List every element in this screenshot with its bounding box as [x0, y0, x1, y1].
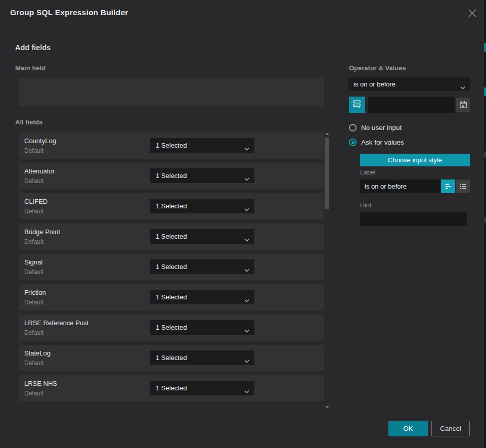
chevron-down-icon [244, 326, 249, 329]
scroll-down-icon[interactable] [325, 406, 329, 409]
field-row: Signal Default 1 Selected [19, 254, 324, 280]
background-fragment [484, 217, 486, 222]
field-row: LRSE NHS Default 1 Selected [19, 375, 324, 401]
field-selection-value: 1 Selected [150, 142, 187, 149]
field-row: CLIFED Default 1 Selected [19, 193, 324, 219]
radio-label: No user input [361, 124, 402, 131]
field-selection-value: 1 Selected [150, 354, 187, 362]
main-field-group: CountyLog | Default From Date [19, 78, 324, 106]
field-selection-dropdown[interactable]: 1 Selected [150, 350, 254, 365]
field-name: Attenuator [24, 167, 55, 175]
background-fragment [484, 152, 486, 157]
dialog-header: Group SQL Expression Builder [0, 0, 484, 25]
field-name: LRSE NHS [24, 380, 57, 387]
radio-label: Ask for values [361, 139, 404, 146]
field-name: Friction [24, 289, 46, 296]
field-subtitle: Default [24, 177, 43, 185]
close-icon[interactable] [468, 9, 477, 18]
field-selection-dropdown[interactable]: 1 Selected [150, 199, 254, 213]
field-selection-dropdown[interactable]: 1 Selected [150, 229, 254, 244]
field-subtitle: Default [24, 299, 43, 306]
background-accent-fragment [484, 43, 486, 52]
field-selection-dropdown[interactable]: 1 Selected [150, 168, 254, 183]
field-selection-dropdown[interactable]: 1 Selected [150, 320, 254, 335]
field-selection-value: 1 Selected [150, 324, 187, 331]
field-row: Attenuator Default 1 Selected [19, 163, 324, 189]
add-fields-heading: Add fields [15, 43, 51, 52]
field-name: Signal [24, 258, 42, 266]
radio-circle [349, 124, 357, 131]
operator-dropdown[interactable]: is on or before [348, 77, 470, 91]
chevron-down-icon [244, 356, 249, 360]
field-subtitle: Default [24, 147, 43, 154]
hint-input[interactable] [360, 212, 467, 226]
field-row: StateLog Default 1 Selected [19, 345, 324, 371]
radio-circle-selected [349, 139, 357, 146]
chevron-down-icon [244, 386, 249, 390]
chevron-down-icon [244, 174, 249, 177]
field-name: Bridge Point [24, 228, 60, 236]
field-row: LRSE Reference Post Default 1 Selected [19, 315, 324, 341]
cancel-button[interactable]: Cancel [431, 421, 470, 436]
field-selection-dropdown[interactable]: 1 Selected [150, 290, 254, 304]
field-selection-dropdown[interactable]: 1 Selected [150, 381, 254, 395]
field-selection-value: 1 Selected [150, 293, 187, 301]
field-selection-dropdown[interactable]: 1 Selected [150, 138, 254, 153]
field-selection-value: 1 Selected [150, 384, 187, 392]
chevron-down-icon [244, 235, 249, 238]
group-sql-expression-builder-dialog: Group SQL Expression Builder Add fields … [0, 0, 486, 448]
radio-ask-for-values[interactable]: Ask for values [349, 139, 404, 146]
field-selection-value: 1 Selected [150, 233, 187, 240]
field-subtitle: Default [24, 360, 43, 367]
field-name: CLIFED [24, 198, 48, 205]
hint-caption: Hint [360, 202, 371, 209]
label-input[interactable] [360, 180, 440, 193]
chevron-down-icon [244, 204, 249, 208]
list-scrollbar[interactable] [324, 131, 330, 410]
chevron-down-icon [244, 144, 249, 147]
bullet-list-style-button[interactable] [456, 180, 470, 193]
field-row: Bridge Point Default 1 Selected [19, 223, 324, 250]
value-calendar-button[interactable] [456, 98, 470, 112]
operator-dropdown-value: is on or before [348, 80, 395, 88]
input-type-button[interactable] [349, 97, 365, 113]
input-type-icon [352, 99, 362, 110]
scrollbar-thumb[interactable] [325, 138, 329, 209]
field-subtitle: Default [24, 238, 43, 245]
field-selection-value: 1 Selected [150, 202, 187, 210]
field-subtitle: Default [24, 208, 43, 215]
field-name: LRSE Reference Post [24, 319, 89, 327]
field-subtitle: Default [24, 268, 43, 276]
operator-values-label: Operator & Values [349, 64, 406, 72]
field-subtitle: Default [24, 329, 43, 336]
background-app-edge [484, 0, 486, 448]
field-row: Friction Default 1 Selected [19, 284, 324, 310]
chevron-down-icon [244, 295, 249, 299]
chevron-down-icon [460, 82, 465, 86]
scroll-up-icon[interactable] [325, 132, 329, 135]
field-selection-value: 1 Selected [150, 263, 187, 271]
background-accent-fragment [484, 87, 486, 96]
choose-input-style-button[interactable]: Choose input style [360, 154, 470, 166]
value-input[interactable] [368, 97, 455, 113]
all-fields-label: All fields [15, 118, 42, 126]
main-field-label: Main field [15, 64, 46, 72]
field-selection-dropdown[interactable]: 1 Selected [150, 259, 254, 274]
dialog-title: Group SQL Expression Builder [10, 0, 128, 25]
field-name: CountyLog [24, 137, 56, 145]
field-subtitle: Default [24, 390, 43, 397]
align-left-style-button[interactable] [441, 180, 455, 193]
field-name: StateLog [24, 349, 51, 357]
radio-no-user-input[interactable]: No user input [349, 124, 402, 131]
label-caption: Label [360, 169, 376, 176]
panel-divider [337, 63, 337, 410]
ok-button[interactable]: OK [388, 421, 428, 436]
field-row: CountyLog Default 1 Selected [19, 132, 324, 159]
chevron-down-icon [244, 265, 249, 268]
field-selection-value: 1 Selected [150, 172, 187, 180]
